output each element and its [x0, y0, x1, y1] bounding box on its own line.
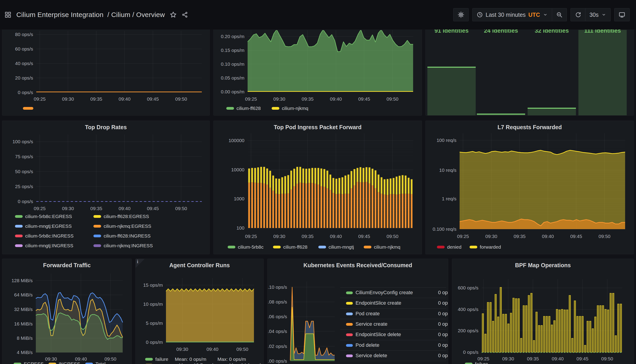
legend-series-value: 0 ops/s	[438, 342, 448, 348]
share-icon[interactable]	[182, 12, 188, 18]
svg-text:09:50: 09:50	[105, 356, 117, 362]
svg-text:09:35: 09:35	[302, 96, 314, 102]
svg-text:0.02 ops/s: 0.02 ops/s	[268, 344, 287, 349]
legend-item[interactable]: cilium-5rb8c:INGRESS	[15, 233, 74, 239]
svg-text:20 ops/s: 20 ops/s	[15, 75, 33, 80]
legend-series-label: forwarded	[480, 244, 501, 250]
legend-table-row[interactable]: EndpointSlice create0 ops/s	[340, 298, 446, 308]
legend-table-row[interactable]: Service delete0 ops/s	[340, 350, 446, 361]
legend-item[interactable]: cilium-mngtj	[318, 244, 354, 250]
svg-text:09:25: 09:25	[245, 234, 257, 239]
legend-item[interactable]: forwarded	[470, 244, 501, 250]
legend-item[interactable]: cilium-ff628	[273, 244, 307, 250]
svg-text:32 MiB/s: 32 MiB/s	[14, 307, 33, 312]
svg-text:75 ops/s: 75 ops/s	[15, 154, 33, 159]
chart-canvas[interactable]: 10000010000100010009:2509:3009:3509:4009…	[214, 121, 422, 254]
svg-text:09:45: 09:45	[358, 234, 370, 239]
svg-text:09:40: 09:40	[119, 206, 131, 211]
chart-canvas[interactable]: 15 ops/m10 ops/m5 ops/m0 ops/m09:3009:40…	[136, 259, 264, 364]
legend-item[interactable]: cilium-5rb8c	[228, 244, 263, 250]
chevron-down-icon	[543, 12, 548, 17]
legend-item[interactable]: denied	[437, 244, 461, 250]
legend-table-row[interactable]: Pod delete0 ops/s	[340, 340, 446, 351]
legend-series-swatch	[346, 312, 353, 315]
legend-item[interactable]: cilium-njkmq	[272, 105, 308, 112]
legend-series-label: cilium-5rb8c:INGRESS	[25, 233, 74, 239]
legend-series-label: CiliumNode update	[356, 363, 398, 364]
legend-stat: Max: 14.1 ops/m	[229, 362, 264, 364]
legend-item[interactable]: failure	[465, 361, 488, 364]
legend-series-swatch	[437, 246, 445, 248]
legend-item[interactable]: cilium-njkmq:EGRESS	[94, 223, 151, 229]
legend-series-label: INGRESS	[59, 361, 80, 364]
svg-text:80 ops/s: 80 ops/s	[15, 32, 33, 37]
time-range-group: Last 30 minutes UTC	[472, 8, 567, 21]
svg-text:25 ops/s: 25 ops/s	[15, 184, 33, 189]
svg-text:0.100 req/s: 0.100 req/s	[433, 226, 456, 232]
legend-series-swatch	[346, 323, 353, 326]
svg-text:0.00 ops/s: 0.00 ops/s	[268, 358, 287, 364]
legend-series-label: cilium-njkmq	[374, 244, 400, 250]
legend-stat: Mean: 0 ops/m	[175, 356, 206, 362]
legend-item[interactable]	[23, 105, 33, 112]
svg-text:09:45: 09:45	[576, 356, 589, 361]
legend-table-row[interactable]: Service create0 ops/s	[340, 319, 446, 330]
legend-item[interactable]: cilium-njkmq:INGRESS	[94, 242, 153, 249]
legend-item[interactable]: INGRESS	[49, 361, 80, 364]
chart-canvas[interactable]: 600 ops/s400 ops/s200 ops/s0 ops/s09:250…	[452, 259, 634, 364]
svg-text:100 req/s: 100 req/s	[436, 138, 456, 143]
svg-text:0 ops/s: 0 ops/s	[463, 350, 478, 355]
dashboard-settings-button[interactable]	[453, 8, 469, 21]
svg-text:09:35: 09:35	[302, 234, 314, 239]
top-navbar: Cilium Enterprise Integration / Cilium /…	[0, 0, 636, 30]
svg-text:09:30: 09:30	[273, 96, 285, 102]
legend-series-label: Service create	[356, 321, 387, 327]
svg-text:0.10 ops/m: 0.10 ops/m	[221, 62, 244, 67]
star-icon[interactable]	[170, 11, 177, 18]
kiosk-mode-button[interactable]	[614, 8, 630, 21]
svg-text:64 MiB/s: 64 MiB/s	[14, 292, 33, 297]
legend-item[interactable]: cilium-ff628:EGRESS	[94, 213, 149, 220]
legend-table-row[interactable]: EndpointSlice delete0 ops/s	[340, 329, 446, 340]
gear-icon	[458, 11, 464, 18]
legend-item[interactable]	[145, 362, 153, 364]
legend-series-label: CiliumEnvoyConfig create	[356, 290, 413, 296]
legend-item[interactable]: Total	[85, 361, 106, 364]
legend-series-swatch	[470, 246, 477, 248]
legend-item[interactable]: cilium-mngtj:EGRESS	[15, 223, 72, 229]
legend-series-swatch	[228, 246, 235, 248]
legend-item[interactable]: cilium-ff628:INGRESS	[94, 233, 151, 239]
legend-item[interactable]: cilium-mngtj:INGRESS	[15, 242, 73, 249]
legend-series-value: 0 ops/s	[438, 332, 448, 338]
zoom-out-time-button[interactable]	[552, 8, 567, 21]
legend-item[interactable]: EGRESS	[14, 361, 44, 364]
legend-table-row[interactable]: CiliumNode update0 ops/s	[340, 361, 446, 364]
svg-text:09:25: 09:25	[34, 96, 46, 102]
legend-table-row[interactable]: Pod create0 ops/s	[340, 308, 446, 319]
svg-text:09:40: 09:40	[330, 96, 342, 102]
refresh-interval-picker[interactable]: 30s	[585, 8, 610, 21]
legend-table-row[interactable]: CiliumEnvoyConfig create0 ops/s	[340, 288, 446, 298]
bargauge-bar	[578, 30, 627, 115]
svg-text:600 ops/s: 600 ops/s	[458, 285, 478, 290]
time-range-picker[interactable]: Last 30 minutes UTC	[472, 8, 552, 21]
svg-text:09:45: 09:45	[570, 234, 582, 239]
svg-text:1 req/s: 1 req/s	[442, 196, 456, 201]
legend-item[interactable]: cilium-5rb8c:EGRESS	[15, 213, 72, 220]
refresh-button[interactable]	[570, 8, 585, 21]
legend-series-label: cilium-ff628:EGRESS	[104, 214, 149, 219]
svg-text:10 ops/m: 10 ops/m	[143, 302, 163, 307]
svg-text:09:25: 09:25	[245, 96, 257, 102]
legend-item[interactable]: cilium-ff628	[226, 105, 261, 112]
chart-canvas[interactable]: 128 MiB/s64 MiB/s32 MiB/s16 MiB/s8 MiB/s…	[2, 259, 132, 364]
legend-series-label: failure	[155, 356, 168, 362]
svg-text:09:35: 09:35	[90, 96, 102, 102]
chart-canvas[interactable]: 100 req/s10 req/s1 req/s0.100 req/s09:25…	[426, 121, 634, 254]
apps-grid-icon[interactable]	[5, 11, 11, 18]
legend-item[interactable]: cilium-njkmq	[364, 244, 400, 250]
panel-k8s-events: Kubernetes Events Received/Consumed0.10 …	[267, 258, 448, 364]
legend-series-swatch	[14, 363, 21, 364]
dashboard-title[interactable]: Cilium Enterprise Integration / Cilium /…	[16, 11, 165, 18]
legend-item[interactable]: failure	[145, 356, 168, 362]
legend-series-swatch	[94, 215, 101, 218]
